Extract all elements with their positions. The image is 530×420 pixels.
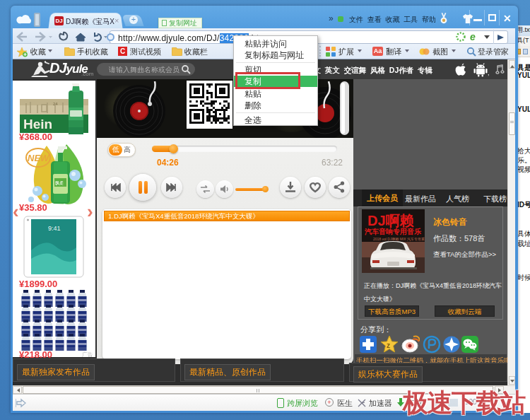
- svg-text:NEW: NEW: [28, 153, 50, 163]
- svg-text:飘柔: 飘柔: [55, 180, 64, 186]
- svg-text:e: e: [470, 32, 476, 42]
- svg-text:24: 24: [53, 102, 58, 106]
- svg-text:Hein: Hein: [23, 117, 52, 132]
- svg-text:,: ,: [488, 69, 490, 76]
- svg-text:DJ啊赖: DJ啊赖: [367, 213, 414, 228]
- svg-text:2018.vol DJ啊赖 MIX 汽车专用重低音: 2018.vol DJ啊赖 MIX 汽车专用重低音: [373, 237, 425, 242]
- svg-text:汽车音响专用音乐: 汽车音响专用音乐: [364, 228, 421, 235]
- svg-text:z: z: [387, 342, 390, 349]
- svg-text:9:41: 9:41: [48, 225, 61, 232]
